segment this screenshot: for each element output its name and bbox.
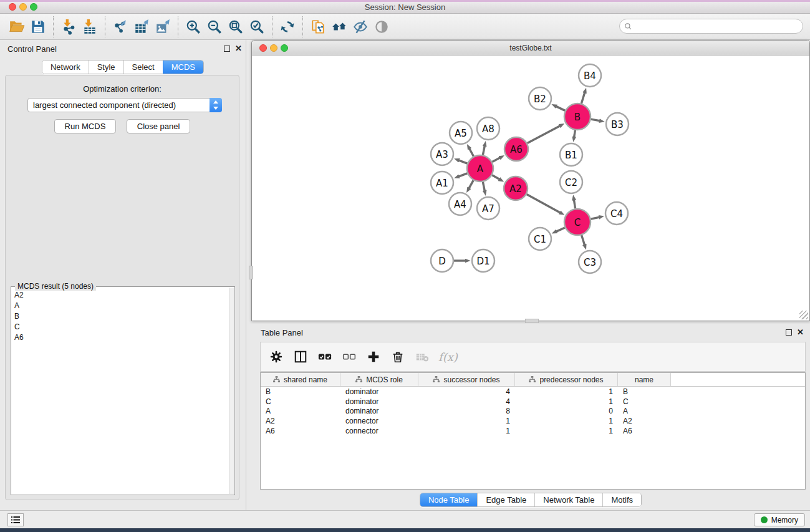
show-graphics-details-icon[interactable]: [371, 16, 392, 37]
table-cell[interactable]: A2: [261, 417, 340, 425]
search-input[interactable]: [632, 22, 803, 31]
network-window-titlebar[interactable]: testGlobe.txt: [252, 41, 809, 56]
edge-C-C3[interactable]: [582, 235, 585, 244]
show-columns-icon[interactable]: [291, 347, 310, 366]
search-box[interactable]: [619, 19, 803, 34]
node-A[interactable]: A: [467, 155, 493, 181]
node-A5[interactable]: A5: [450, 122, 472, 144]
node-A2[interactable]: A2: [504, 177, 528, 200]
node-B1[interactable]: B1: [560, 143, 582, 166]
result-item[interactable]: C: [12, 321, 229, 332]
table-settings-icon[interactable]: [267, 347, 286, 366]
node-C3[interactable]: C3: [579, 251, 601, 273]
window-resize-grip[interactable]: [799, 311, 808, 319]
edge-A-A3[interactable]: [459, 160, 467, 163]
table-cell[interactable]: C: [618, 397, 671, 406]
table-cell[interactable]: 1: [515, 387, 618, 396]
table-row[interactable]: Cdominator41C: [261, 397, 805, 407]
node-B[interactable]: B: [564, 104, 591, 130]
table-cell[interactable]: dominator: [340, 407, 418, 415]
float-panel-icon[interactable]: [224, 46, 230, 52]
zoom-selected-icon[interactable]: [246, 16, 268, 37]
table-cell[interactable]: dominator: [340, 387, 418, 396]
run-mcds-button[interactable]: Run MCDS: [54, 119, 117, 133]
edge-A-A8[interactable]: [483, 146, 485, 155]
table-cell[interactable]: 1: [418, 427, 515, 435]
node-D1[interactable]: D1: [472, 249, 494, 272]
result-item[interactable]: A: [12, 300, 229, 311]
table-cell[interactable]: 1: [515, 417, 618, 425]
table-cell[interactable]: A: [261, 407, 340, 415]
clone-network-icon[interactable]: [307, 16, 329, 37]
hide-selected-icon[interactable]: [350, 16, 371, 37]
edge-A-A5[interactable]: [470, 149, 474, 157]
close-panel-button[interactable]: Close panel: [127, 119, 191, 133]
select-all-columns-icon[interactable]: [316, 347, 334, 366]
result-item[interactable]: A2: [12, 289, 229, 300]
table-cell[interactable]: 1: [515, 427, 618, 435]
node-D[interactable]: D: [431, 249, 453, 272]
criterion-dropdown[interactable]: largest connected component (directed): [27, 98, 222, 112]
memory-button[interactable]: Memory: [754, 513, 805, 526]
edge-B-B1[interactable]: [574, 130, 576, 137]
column-header-shared-name[interactable]: shared name: [261, 373, 340, 386]
node-A6[interactable]: A6: [504, 137, 528, 161]
column-header-MCDS-role[interactable]: MCDS role: [340, 373, 418, 386]
result-item[interactable]: A6: [12, 332, 229, 342]
node-B3[interactable]: B3: [606, 113, 629, 135]
edge-A-A7[interactable]: [483, 182, 485, 191]
close-panel-icon[interactable]: ✕: [235, 44, 242, 53]
table-cell[interactable]: 8: [418, 407, 515, 415]
refresh-icon[interactable]: [277, 16, 298, 37]
deselect-all-columns-icon[interactable]: [340, 347, 359, 366]
table-cell[interactable]: A: [618, 407, 671, 415]
save-session-icon[interactable]: [27, 16, 49, 37]
node-A4[interactable]: A4: [449, 193, 471, 215]
first-neighbors-icon[interactable]: [329, 16, 350, 37]
node-A1[interactable]: A1: [431, 172, 453, 194]
node-C4[interactable]: C4: [605, 202, 628, 225]
import-network-icon[interactable]: [58, 16, 79, 37]
table-tab-node-table[interactable]: Node Table: [420, 493, 478, 506]
function-builder-icon[interactable]: f(x): [438, 351, 458, 364]
table-cell[interactable]: dominator: [340, 397, 418, 406]
table-row[interactable]: Bdominator41B: [261, 387, 805, 397]
task-history-button[interactable]: [7, 513, 24, 526]
edge-C-C1[interactable]: [556, 228, 565, 231]
edge-C-C2[interactable]: [574, 200, 576, 209]
table-cell[interactable]: C: [261, 397, 340, 406]
edge-A-A1[interactable]: [459, 173, 467, 177]
node-C[interactable]: C: [564, 209, 591, 235]
splitter-grip-vertical[interactable]: [249, 266, 253, 279]
close-table-panel-icon[interactable]: ✕: [797, 327, 804, 337]
table-cell[interactable]: A2: [618, 417, 671, 425]
edge-B-B4[interactable]: [581, 93, 584, 104]
table-cell[interactable]: 4: [418, 387, 515, 396]
result-item[interactable]: B: [12, 311, 229, 321]
import-table-icon[interactable]: [79, 16, 100, 37]
column-header-name[interactable]: name: [618, 373, 671, 386]
float-table-panel-icon[interactable]: [786, 329, 792, 336]
tab-select[interactable]: Select: [123, 60, 163, 74]
open-file-icon[interactable]: [6, 16, 27, 37]
node-B2[interactable]: B2: [529, 87, 551, 110]
edge-B-B2[interactable]: [556, 107, 565, 111]
tab-mcds[interactable]: MCDS: [163, 60, 203, 74]
edge-B-B3[interactable]: [591, 119, 600, 121]
edge-A6-B[interactable]: [528, 126, 560, 143]
table-cell[interactable]: 4: [418, 397, 515, 406]
table-cell[interactable]: B: [618, 387, 671, 396]
node-B4[interactable]: B4: [579, 64, 601, 87]
table-cell[interactable]: connector: [340, 417, 418, 425]
table-cell[interactable]: connector: [340, 427, 418, 435]
add-row-icon[interactable]: [364, 347, 383, 366]
table-tab-network-table[interactable]: Network Table: [534, 493, 602, 506]
edge-A2-C[interactable]: [527, 195, 560, 213]
edge-A-A6[interactable]: [492, 158, 499, 162]
export-table-icon[interactable]: [131, 16, 152, 37]
table-tab-edge-table[interactable]: Edge Table: [477, 493, 534, 506]
tab-style[interactable]: Style: [89, 60, 123, 74]
node-C2[interactable]: C2: [560, 171, 582, 193]
zoom-in-icon[interactable]: [183, 16, 204, 37]
table-tab-motifs[interactable]: Motifs: [602, 493, 641, 506]
